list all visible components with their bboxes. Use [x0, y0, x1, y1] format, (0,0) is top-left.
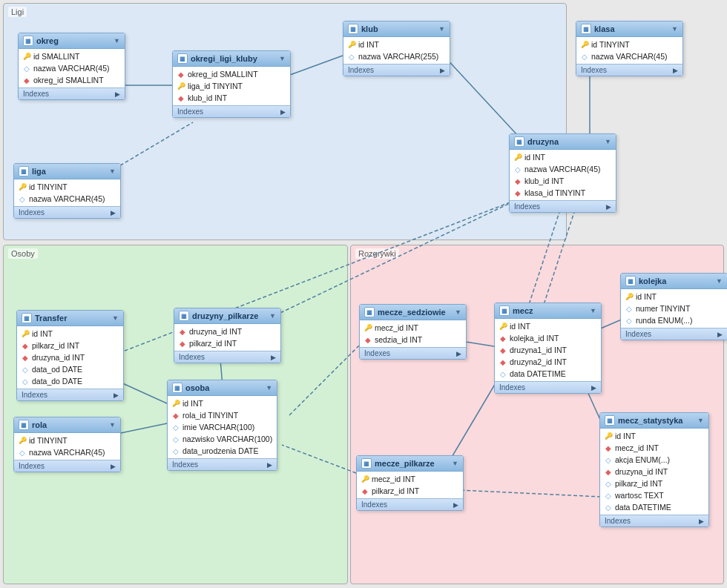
diamond-filled-icon: ◆	[364, 336, 372, 343]
dropdown-arrow[interactable]: ▼	[605, 138, 611, 145]
table-osoba-body: 🔑 id INT ◆ rola_id TINYINT ◇ imie VARCHA…	[168, 396, 277, 458]
table-rola-header: ▦ rola ▼	[14, 417, 120, 433]
indexes-label: Indexes	[19, 208, 45, 217]
footer-arrow: ▶	[114, 392, 119, 399]
table-ms-footer[interactable]: Indexes ▶	[360, 347, 466, 359]
field-row: ◇ nazwa VARCHAR(255)	[343, 50, 450, 62]
field-name: nazwa VARCHAR(255)	[358, 52, 438, 61]
diamond-icon: ◇	[22, 366, 29, 373]
diamond-icon: ◇	[172, 423, 180, 431]
indexes-label: Indexes	[581, 66, 607, 74]
dropdown-arrow[interactable]: ▼	[279, 55, 286, 62]
table-mecz-header: ▦ mecz ▼	[495, 303, 601, 319]
dropdown-arrow[interactable]: ▼	[109, 421, 116, 429]
dropdown-arrow[interactable]: ▼	[671, 25, 678, 33]
field-row: ◇ nazwa VARCHAR(45)	[14, 446, 120, 458]
footer-arrow: ▶	[673, 67, 678, 74]
field-name: id INT	[182, 399, 203, 408]
diamond-filled-icon: ◆	[499, 346, 507, 354]
table-icon: ▦	[23, 36, 33, 46]
table-klub-footer[interactable]: Indexes ▶	[343, 64, 450, 76]
table-icon: ▦	[625, 276, 636, 286]
table-liga-footer[interactable]: Indexes ▶	[14, 206, 120, 218]
dropdown-arrow[interactable]: ▼	[114, 37, 120, 44]
field-name: numer TINYINT	[636, 304, 690, 313]
field-name: sedzia_id INT	[375, 335, 422, 344]
indexes-label: Indexes	[348, 66, 374, 74]
dropdown-arrow[interactable]: ▼	[112, 314, 119, 322]
table-liga: ▦ liga ▼ 🔑 id TINYINT ◇ nazwa VARCHAR(45…	[13, 163, 121, 219]
indexes-label: Indexes	[514, 202, 540, 211]
diamond-filled-icon: ◆	[499, 334, 507, 342]
dropdown-arrow[interactable]: ▼	[697, 417, 704, 424]
diamond-icon: ◇	[172, 435, 180, 443]
table-klasa: ▦ klasa ▼ 🔑 id TINYINT ◇ nazwa VARCHAR(4…	[576, 21, 683, 76]
table-mstat-footer[interactable]: Indexes ▶	[600, 515, 708, 526]
table-dp-footer[interactable]: Indexes ▶	[174, 351, 280, 363]
dropdown-arrow[interactable]: ▼	[716, 277, 723, 285]
pk-icon: 🔑	[22, 330, 29, 337]
indexes-label: Indexes	[23, 90, 49, 98]
diamond-filled-icon: ◆	[499, 358, 507, 366]
table-kolejka-title: kolejka	[639, 277, 666, 285]
pk-icon: 🔑	[581, 41, 588, 48]
dropdown-arrow[interactable]: ▼	[455, 308, 461, 316]
table-mp-footer[interactable]: Indexes ▶	[357, 498, 463, 510]
indexes-label: Indexes	[364, 349, 390, 357]
diamond-icon: ◇	[23, 65, 30, 72]
field-row: ◆ druzyna_id INT	[600, 466, 708, 478]
diamond-icon: ◇	[581, 53, 588, 60]
table-okreg-footer[interactable]: Indexes ▶	[19, 87, 125, 99]
field-row: ◇ pilkarz_id INT	[600, 478, 708, 489]
diamond-filled-icon: ◆	[22, 342, 29, 349]
table-druzyna-body: 🔑 id INT ◇ nazwa VARCHAR(45) ◆ klub_id I…	[510, 150, 616, 200]
footer-arrow: ▶	[280, 108, 286, 116]
table-osoba-footer[interactable]: Indexes ▶	[168, 458, 277, 470]
table-kolejka-footer[interactable]: Indexes ▶	[621, 328, 727, 340]
footer-arrow: ▶	[440, 67, 445, 74]
table-druzyna: ▦ druzyna ▼ 🔑 id INT ◇ nazwa VARCHAR(45)…	[509, 133, 616, 213]
region-rozgrywki-label: Rozgrywki	[355, 248, 399, 259]
table-okreg-body: 🔑 id SMALLINT ◇ nazwa VARCHAR(45) ◆ okre…	[19, 49, 125, 87]
diamond-icon: ◇	[625, 305, 633, 312]
table-okreg-title: okreg	[36, 36, 59, 45]
dropdown-arrow[interactable]: ▼	[109, 168, 116, 175]
table-okregi-footer[interactable]: Indexes ▶	[173, 105, 290, 117]
field-name: data_od DATE	[32, 365, 82, 374]
field-row: 🔑 id INT	[495, 320, 601, 332]
field-name: data DATETIME	[615, 503, 671, 512]
table-icon: ▦	[348, 24, 358, 34]
table-kolejka-body: 🔑 id INT ◇ numer TINYINT ◇ runda ENUM(..…	[621, 289, 727, 328]
table-kolejka-header: ▦ kolejka ▼	[621, 274, 727, 289]
field-name: id TINYINT	[591, 40, 630, 49]
table-klasa-header: ▦ klasa ▼	[576, 22, 682, 37]
dropdown-arrow[interactable]: ▼	[452, 460, 458, 467]
region-osoby-label: Osoby	[8, 248, 38, 259]
field-row: ◆ klub_id INT	[510, 175, 616, 187]
table-mstat-header: ▦ mecz_statystyka ▼	[600, 413, 708, 429]
table-klasa-footer[interactable]: Indexes ▶	[576, 64, 682, 76]
dropdown-arrow[interactable]: ▼	[590, 307, 596, 314]
table-transfer: ▦ Transfer ▼ 🔑 id INT ◆ pilkarz_id INT ◆…	[16, 310, 124, 401]
dropdown-arrow[interactable]: ▼	[266, 384, 272, 392]
pk-icon: 🔑	[23, 53, 30, 60]
table-rola-footer[interactable]: Indexes ▶	[14, 460, 120, 472]
pk-icon: 🔑	[172, 400, 180, 407]
field-row: ◆ klub_id INT	[173, 92, 290, 104]
table-mecz: ▦ mecz ▼ 🔑 id INT ◆ kolejka_id INT ◆ dru…	[494, 303, 602, 394]
table-druzyna-footer[interactable]: Indexes ▶	[510, 200, 616, 212]
table-osoba-header: ▦ osoba ▼	[168, 380, 277, 396]
field-name: id SMALLINT	[33, 52, 79, 61]
table-icon: ▦	[19, 420, 29, 430]
indexes-label: Indexes	[605, 517, 631, 525]
table-okregi-header: ▦ okregi_ligi_kluby ▼	[173, 51, 290, 67]
indexes-label: Indexes	[19, 462, 45, 470]
table-transfer-footer[interactable]: Indexes ▶	[17, 389, 123, 400]
field-name: mecz_id INT	[615, 443, 659, 452]
dropdown-arrow[interactable]: ▼	[269, 312, 276, 320]
diamond-icon: ◇	[499, 370, 507, 377]
dropdown-arrow[interactable]: ▼	[438, 25, 445, 33]
field-row: ◇ data_urodzenia DATE	[168, 445, 277, 457]
table-mecz-footer[interactable]: Indexes ▶	[495, 381, 601, 393]
table-icon: ▦	[19, 166, 29, 176]
